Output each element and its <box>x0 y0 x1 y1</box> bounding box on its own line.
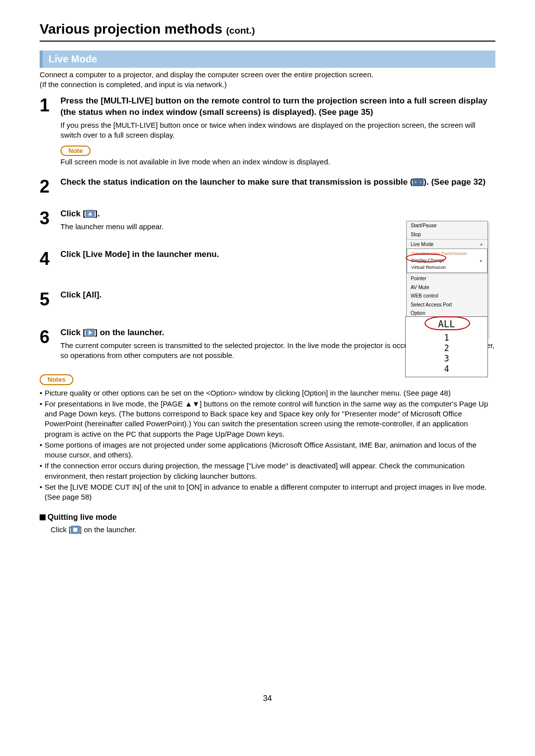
menu-item-start[interactable]: Start/Pause <box>407 221 487 230</box>
notes-item: Some portions of images are not projecte… <box>40 440 495 460</box>
menu-separator <box>407 273 487 274</box>
quitting-body-pre: Click [ <box>51 525 71 534</box>
menu-item-stop[interactable]: Stop <box>407 230 487 239</box>
step-heading: Click []. <box>60 208 495 220</box>
step-number: 3 <box>40 208 60 234</box>
intro-text: Connect a computer to a projector, and d… <box>40 70 495 90</box>
notes-item: For presentations in live mode, the [PAG… <box>40 399 495 439</box>
all-menu-item-2[interactable]: 2 <box>406 343 487 353</box>
notes-badge: Notes <box>40 374 73 385</box>
step-heading-pre: Check the status indication on the launc… <box>60 177 413 187</box>
menu-item-select-access-port[interactable]: Select Access Port <box>407 301 487 309</box>
step-heading-post: ] on the launcher. <box>95 328 164 337</box>
step-1: 1 Press the [MULTI-LIVE] button on the r… <box>40 96 495 172</box>
all-menu-head[interactable]: ALL <box>406 317 487 333</box>
intro-line1: Connect a computer to a projector, and d… <box>40 70 495 80</box>
quitting-title: Quitting live mode <box>48 513 117 521</box>
menu-item-av-mute[interactable]: AV Mute <box>407 283 487 292</box>
page-title: Various projection methods (cont.) <box>40 20 495 39</box>
quitting-body-post: ] on the launcher. <box>80 525 137 534</box>
all-selection-menu[interactable]: ALL 1 2 3 4 <box>405 316 488 377</box>
quitting-heading: Quitting live mode <box>40 512 495 523</box>
menu-item-live-mode[interactable]: Live Mode <box>407 240 487 249</box>
step-heading-pre: Click [ <box>60 328 86 337</box>
step-number: 1 <box>40 96 60 172</box>
menu-separator <box>407 239 487 240</box>
menu-item-label: Live Mode <box>411 242 433 247</box>
step-heading: Press the [MULTI-LIVE] button on the rem… <box>60 96 495 118</box>
step-number: 6 <box>40 327 60 362</box>
step-heading-post: ]. <box>95 209 100 218</box>
step-number: 2 <box>40 177 60 196</box>
submenu-item-sat[interactable]: Selective Area Transmission <box>407 250 487 257</box>
note-badge: Note <box>60 146 91 156</box>
step-number: 4 <box>40 249 60 268</box>
notes-list: Picture quality or other options can be … <box>40 388 495 503</box>
stop-icon <box>71 526 80 534</box>
status-icon <box>413 178 424 186</box>
step-heading: Check the status indication on the launc… <box>60 177 495 188</box>
launcher-submenu: Selective Area Transmission Display Chan… <box>407 249 487 273</box>
intro-line2: (If the connection is completed, and inp… <box>40 80 495 90</box>
all-label: ALL <box>438 318 455 329</box>
notes-item: If the connection error occurs during pr… <box>40 461 495 481</box>
step-heading-post: ). (See page 32) <box>424 177 485 187</box>
all-menu-item-1[interactable]: 1 <box>406 333 487 343</box>
all-menu-item-3[interactable]: 3 <box>406 353 487 364</box>
menu-item-web-control[interactable]: WEB control <box>407 292 487 301</box>
all-menu-item-4[interactable]: 4 <box>406 364 487 374</box>
title-cont: (cont.) <box>226 25 255 36</box>
step-2: 2 Check the status indication on the lau… <box>40 177 495 196</box>
play-icon <box>86 329 95 337</box>
menu-up-icon <box>86 210 95 218</box>
title-main: Various projection methods <box>40 21 222 37</box>
step-heading-pre: Click [ <box>60 209 86 218</box>
notes-item: Picture quality or other options can be … <box>40 388 495 398</box>
page-number: 34 <box>20 693 515 704</box>
submenu-item-display-change[interactable]: Display Change <box>407 257 487 264</box>
quitting-body: Click [] on the launcher. <box>40 525 495 535</box>
section-title: Live Mode <box>40 50 495 68</box>
step-number: 5 <box>40 290 60 308</box>
notes-item: Set the [LIVE MODE CUT IN] of the unit t… <box>40 482 495 503</box>
note-text: Full screen mode is not available in liv… <box>60 157 495 167</box>
menu-item-pointer[interactable]: Pointer <box>407 274 487 283</box>
title-rule <box>40 41 495 42</box>
step-body-text: If you press the [MULTI-LIVE] button onc… <box>60 120 495 141</box>
submenu-item-virtual-remocon[interactable]: Virtual Remocon <box>407 264 487 271</box>
square-bullet-icon <box>40 514 46 520</box>
